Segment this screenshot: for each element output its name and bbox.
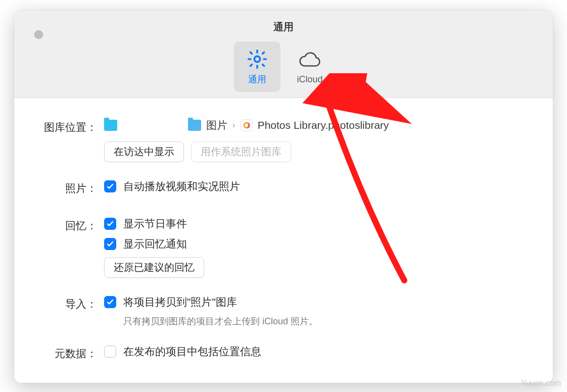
row-metadata: 元数据： 在发布的项目中包括位置信息 [31,345,536,365]
folder-pictures-name: 图片 [206,118,227,132]
checkbox-copy-items-label: 将项目拷贝到"照片"图库 [123,295,237,309]
pictures-folder-icon [188,120,201,131]
checkbox-include-location[interactable] [104,346,116,358]
row-import: 导入： 将项目拷贝到"照片"图库 只有拷贝到图库的项目才会上传到 iCloud … [31,295,536,327]
checkbox-autoplay-label: 自动播放视频和实况照片 [123,179,240,193]
checkbox-show-notifications[interactable] [104,238,116,250]
library-path: 图片 › Photos Library.photoslibrary [104,118,536,132]
label-memories: 回忆： [31,217,97,233]
label-metadata: 元数据： [31,345,97,361]
path-separator-icon: › [232,120,235,130]
photos-library-icon [241,119,253,131]
preferences-window: 通用 通用 iCloud [14,10,553,383]
window-title: 通用 [14,20,553,34]
svg-point-0 [254,56,260,62]
watermark-text: Yuucn.com [521,379,561,388]
tab-general-label: 通用 [248,73,266,85]
checkbox-show-holidays[interactable] [104,218,116,230]
content-area: 图库位置： 图片 › Photos Library.photoslibrary … [14,98,553,383]
row-photos: 照片： 自动播放视频和实况照片 [31,179,536,200]
toolbar: 通用 通用 iCloud [14,10,553,98]
show-in-finder-button[interactable]: 在访达中显示 [104,141,184,162]
import-helper-text: 只有拷贝到图库的项目才会上传到 iCloud 照片。 [123,315,536,327]
checkbox-show-notifications-label: 显示回忆通知 [123,237,187,251]
tab-icloud-label: iCloud [297,74,322,85]
checkbox-include-location-label: 在发布的项目中包括位置信息 [123,345,261,359]
row-memories: 回忆： 显示节日事件 显示回忆通知 还原已建议的回忆 [31,217,536,278]
checkbox-copy-items[interactable] [104,296,116,308]
label-library-location: 图库位置： [31,118,97,134]
label-import: 导入： [31,295,97,311]
home-folder-icon [104,120,117,131]
use-as-system-library-button: 用作系统照片图库 [191,141,291,162]
row-library-location: 图库位置： 图片 › Photos Library.photoslibrary … [31,118,536,162]
tab-icloud[interactable]: iCloud [287,41,333,92]
cloud-icon [297,49,322,71]
checkbox-autoplay[interactable] [104,180,116,192]
gear-icon [247,48,268,70]
reset-suggested-memories-button[interactable]: 还原已建议的回忆 [104,257,204,278]
library-file-name: Photos Library.photoslibrary [258,119,389,131]
checkbox-show-holidays-label: 显示节日事件 [123,217,187,231]
tab-general[interactable]: 通用 [234,41,280,92]
label-photos: 照片： [31,179,97,195]
redacted-segment [122,120,183,131]
tab-bar: 通用 iCloud [14,41,553,92]
